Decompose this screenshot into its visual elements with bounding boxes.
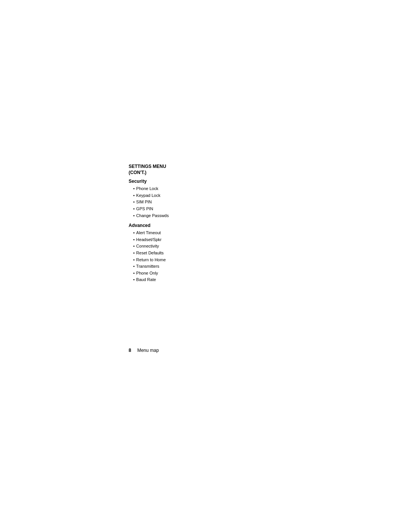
list-item: Reset Defaults [133, 250, 235, 257]
list-item: Keypad Lock [133, 192, 235, 199]
page-content: SETTINGS MENU (CON'T.) Security Phone Lo… [129, 164, 235, 287]
advanced-heading: Advanced [129, 223, 235, 228]
security-section: Security Phone Lock Keypad Lock SIM PIN … [129, 179, 235, 219]
list-item: GPS PIN [133, 206, 235, 212]
list-item: Headset/Spkr [133, 236, 235, 243]
list-item: SIM PIN [133, 199, 235, 206]
page-footer: 8 Menu map [129, 348, 159, 353]
list-item: Change Passwds [133, 212, 235, 219]
page-number: 8 [129, 348, 131, 353]
list-item: Baud Rate [133, 276, 235, 283]
list-item: Phone Lock [133, 185, 235, 192]
list-item: Phone Only [133, 270, 235, 277]
list-item: Alert Timeout [133, 230, 235, 236]
list-item: Transmitters [133, 263, 235, 270]
security-list: Phone Lock Keypad Lock SIM PIN GPS PIN C… [129, 185, 235, 219]
advanced-section: Advanced Alert Timeout Headset/Spkr Conn… [129, 223, 235, 283]
security-heading: Security [129, 179, 235, 184]
page-label: Menu map [137, 348, 159, 353]
advanced-list: Alert Timeout Headset/Spkr Connectivity … [129, 230, 235, 283]
settings-menu-title: SETTINGS MENU (CON'T.) [129, 164, 235, 176]
list-item: Connectivity [133, 243, 235, 250]
list-item: Return to Home [133, 257, 235, 264]
